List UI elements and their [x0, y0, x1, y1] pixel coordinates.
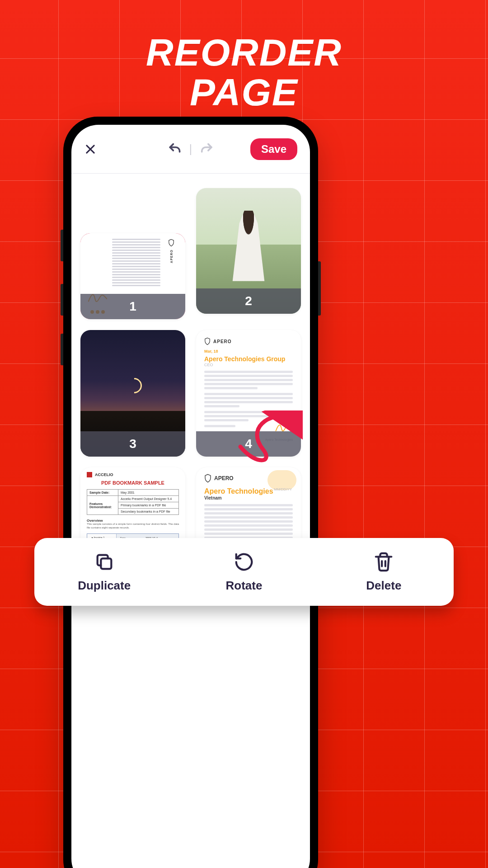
page-number-badge: 2 [196, 288, 301, 314]
brand-label: APERO [214, 475, 234, 481]
doc-title: Apero Technologies Group [204, 355, 293, 363]
redo-button[interactable] [198, 142, 214, 157]
doc-subtitle: CEO [204, 363, 293, 367]
doc-title: PDF BOOKMARK SAMPLE [87, 480, 179, 486]
close-button[interactable] [84, 143, 97, 156]
shield-icon [204, 337, 211, 345]
undo-button[interactable] [168, 142, 183, 157]
undo-redo-separator: | [189, 142, 192, 156]
brand-label: ACCELIO [95, 472, 113, 477]
page-thumb-3[interactable]: 3 [80, 330, 185, 457]
page-number-badge: 3 [80, 431, 185, 457]
delete-label: Delete [366, 579, 401, 593]
doc-date: MM/DD/YY [274, 487, 292, 491]
doc-date: Mar, 18 [204, 349, 293, 354]
app-screen: | Save [71, 125, 310, 868]
close-icon [84, 143, 97, 156]
hero-title: REORDER PAGE [0, 33, 488, 112]
doc-table: Sample Date:May 2001 Features Demonstrat… [87, 489, 179, 515]
page-number-badge: 1 [80, 294, 185, 319]
overview-label: Overview [87, 519, 179, 523]
shield-icon [204, 474, 211, 483]
logo-square-icon [87, 472, 92, 477]
trash-icon [373, 552, 394, 572]
shield-icon [168, 239, 174, 247]
duplicate-label: Duplicate [78, 579, 131, 593]
delete-button[interactable]: Delete [314, 552, 454, 593]
undo-icon [168, 142, 183, 157]
doc-subtitle: Vietnam [204, 495, 293, 500]
overview-text: This sample consists of a simple form co… [87, 523, 179, 530]
duplicate-icon [94, 552, 115, 572]
rotate-button[interactable]: Rotate [174, 552, 314, 593]
phone-frame: | Save [63, 117, 318, 868]
page-thumb-2[interactable]: 2 [196, 188, 301, 314]
action-bar: Duplicate Rotate Delete [34, 538, 454, 606]
svg-rect-0 [101, 558, 111, 569]
page-number-badge: 4 [196, 431, 301, 457]
rotate-icon [234, 552, 254, 572]
save-button[interactable]: Save [250, 138, 297, 160]
brand-label: APERO [213, 339, 232, 344]
page-thumb-4[interactable]: APERO Mar, 18 Apero Technologies Group C… [196, 330, 301, 457]
duplicate-button[interactable]: Duplicate [34, 552, 174, 593]
brand-label: APERO [170, 250, 173, 263]
hero-line-1: REORDER [0, 33, 488, 72]
page-thumb-1[interactable]: APERO 1 [80, 233, 185, 319]
rotate-label: Rotate [226, 579, 263, 593]
redo-icon [198, 142, 214, 157]
hero-line-2: PAGE [0, 72, 488, 112]
page-grid[interactable]: APERO 1 2 3 APERO [71, 184, 310, 868]
top-bar: | Save [71, 125, 310, 174]
